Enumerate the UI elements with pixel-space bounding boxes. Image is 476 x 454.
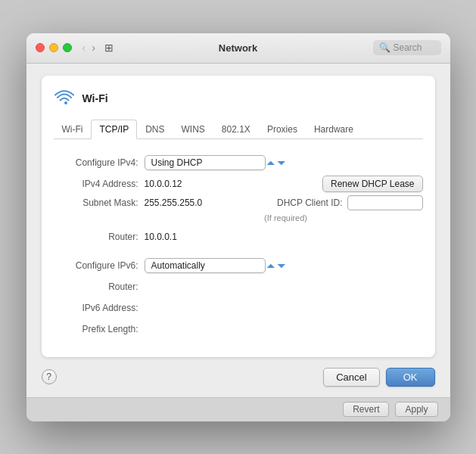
if-required-text: (If required)	[149, 213, 423, 222]
configure-ipv6-label: Configure IPv6:	[54, 260, 145, 271]
tab-proxies[interactable]: Proxies	[259, 120, 306, 139]
form-section: Configure IPv4: Using DHCP Manually Off …	[54, 151, 423, 345]
forward-arrow-icon[interactable]: ›	[90, 42, 97, 54]
wifi-icon	[54, 88, 75, 109]
prefix-length-label: Prefix Length:	[54, 324, 145, 334]
revert-button[interactable]: Revert	[343, 402, 389, 417]
search-icon: 🔍	[379, 42, 390, 53]
ipv4-address-value: 10.0.0.12	[145, 179, 322, 189]
dhcp-client-id-input[interactable]	[347, 195, 423, 210]
ipv4-address-row: IPv4 Address: 10.0.0.12 Renew DHCP Lease	[54, 176, 423, 192]
cancel-button[interactable]: Cancel	[323, 368, 379, 387]
nav-arrows: ‹ ›	[81, 42, 97, 54]
prefix-length-row: Prefix Length:	[54, 321, 423, 337]
minimize-button[interactable]	[49, 43, 58, 52]
close-button[interactable]	[36, 43, 45, 52]
panel-header: Wi-Fi	[54, 88, 423, 109]
tab-wins[interactable]: WINS	[173, 120, 213, 139]
maximize-button[interactable]	[63, 43, 72, 52]
configure-ipv4-row: Configure IPv4: Using DHCP Manually Off …	[54, 154, 423, 171]
tab-tcpip[interactable]: TCP/IP	[91, 120, 137, 139]
apply-button[interactable]: Apply	[395, 402, 437, 417]
search-placeholder: Search	[394, 42, 422, 53]
ipv6-router-label: Router:	[54, 281, 145, 292]
ok-button[interactable]: OK	[386, 368, 435, 387]
tab-8021x[interactable]: 802.1X	[213, 120, 259, 139]
action-buttons: Cancel OK	[323, 368, 434, 387]
router-row: Router: 10.0.0.1	[54, 229, 423, 245]
configure-ipv4-select[interactable]: Using DHCP Manually Off	[145, 155, 266, 170]
select-arrow-icon: ⏶⏷	[266, 157, 287, 169]
subnet-mask-row: Subnet Mask: 255.255.255.0 DHCP Client I…	[54, 195, 423, 210]
configure-ipv6-select-wrapper: Automatically Manually Off ⏶⏷	[145, 258, 287, 273]
configure-ipv4-label: Configure IPv4:	[54, 157, 145, 168]
window: ‹ › ⊞ Network 🔍 Search Wi-Fi	[26, 33, 450, 421]
window-title: Network	[219, 42, 257, 54]
router-value: 10.0.0.1	[145, 232, 177, 242]
configure-ipv6-select[interactable]: Automatically Manually Off	[145, 258, 266, 273]
subnet-mask-value: 255.255.255.0	[145, 197, 272, 208]
titlebar: ‹ › ⊞ Network 🔍 Search	[26, 33, 450, 64]
ipv4-address-label: IPv4 Address:	[54, 179, 145, 189]
tab-hardware[interactable]: Hardware	[306, 120, 362, 139]
tabs: Wi-Fi TCP/IP DNS WINS 802.1X Proxies Har…	[54, 120, 423, 139]
dialog-panel: Wi-Fi Wi-Fi TCP/IP DNS WINS 802.1X Proxi…	[42, 76, 435, 357]
window-content: Wi-Fi Wi-Fi TCP/IP DNS WINS 802.1X Proxi…	[26, 64, 450, 397]
help-button[interactable]: ?	[42, 369, 57, 384]
configure-ipv4-select-wrapper: Using DHCP Manually Off ⏶⏷	[145, 155, 287, 170]
ipv6-address-label: IPv6 Address:	[54, 303, 145, 313]
renew-dhcp-button[interactable]: Renew DHCP Lease	[322, 176, 423, 192]
ipv6-address-row: IPv6 Address:	[54, 300, 423, 316]
panel-title: Wi-Fi	[82, 92, 108, 104]
ipv6-router-row: Router:	[54, 278, 423, 295]
search-box[interactable]: 🔍 Search	[373, 40, 441, 55]
configure-ipv6-row: Configure IPv6: Automatically Manually O…	[54, 257, 423, 274]
dhcp-client-id-label: DHCP Client ID:	[277, 197, 342, 208]
back-arrow-icon[interactable]: ‹	[81, 42, 88, 54]
tab-dns[interactable]: DNS	[137, 120, 173, 139]
traffic-lights	[36, 43, 72, 52]
bottom-action-row: ? Cancel OK	[42, 368, 435, 387]
router-label: Router:	[54, 232, 145, 242]
dhcp-client-id-group: DHCP Client ID:	[277, 195, 422, 210]
grid-icon[interactable]: ⊞	[104, 42, 114, 54]
footer-bar: Revert Apply	[26, 397, 450, 421]
ipv6-select-arrow-icon: ⏶⏷	[266, 260, 287, 272]
tab-wifi[interactable]: Wi-Fi	[54, 120, 92, 139]
subnet-mask-label: Subnet Mask:	[54, 197, 145, 208]
